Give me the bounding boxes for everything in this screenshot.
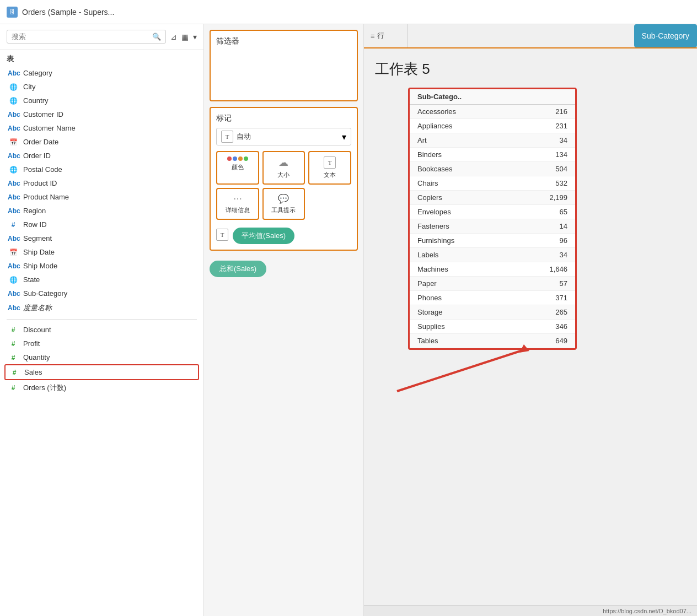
type-abc-icon: Abc xyxy=(8,193,19,201)
field-name: Product Name xyxy=(23,193,69,201)
table-row: Phones371 xyxy=(410,291,575,305)
value-cell: 231 xyxy=(516,119,575,133)
dot-orange xyxy=(238,156,243,161)
field-item-orders-count[interactable]: # Orders (计数) xyxy=(4,380,199,396)
grid-icon[interactable]: ▦ xyxy=(181,33,189,41)
url-bar: https://blog.csdn.net/D_bkod07... xyxy=(364,605,697,616)
field-item-postalcode[interactable]: 🌐 Postal Code xyxy=(4,163,199,176)
field-name: Region xyxy=(23,207,46,215)
type-abc-icon: Abc xyxy=(8,235,19,242)
detail-icon: ⋯ xyxy=(233,193,242,204)
value-cell: 34 xyxy=(516,248,575,262)
db-icon: 🗄 xyxy=(7,7,18,18)
section-label: 表 xyxy=(0,50,203,66)
field-item-measure-name[interactable]: Abc 度量名称 xyxy=(4,300,199,316)
color-dots xyxy=(227,156,248,161)
type-abc-icon: Abc xyxy=(8,304,19,312)
subcategory-cell: Storage xyxy=(410,305,516,320)
data-table-wrapper: Sub-Catego.. Accessories216Appliances231… xyxy=(408,88,577,350)
field-name: Ship Mode xyxy=(23,262,57,270)
dot-green xyxy=(244,156,248,161)
value-cell: 96 xyxy=(516,234,575,248)
field-item-shipdate[interactable]: 📅 Ship Date xyxy=(4,245,199,259)
field-name: Country xyxy=(23,96,49,105)
field-name: Sales xyxy=(24,368,42,376)
field-item-segment[interactable]: Abc Segment xyxy=(4,231,199,245)
value-cell: 134 xyxy=(516,148,575,162)
subcategory-cell: Chairs xyxy=(410,176,516,191)
marks-cell-color[interactable]: 颜色 xyxy=(216,151,259,185)
marks-cell-size[interactable]: ☁ 大小 xyxy=(262,151,305,185)
marks-cell-text-label: 文本 xyxy=(324,171,336,179)
divider xyxy=(7,319,197,320)
subcategory-cell: Furnishings xyxy=(410,234,516,248)
field-item-customername[interactable]: Abc Customer Name xyxy=(4,121,199,135)
type-abc-icon: Abc xyxy=(8,262,19,270)
field-item-quantity[interactable]: # Quantity xyxy=(4,350,199,364)
value-cell: 371 xyxy=(516,291,575,305)
field-item-country[interactable]: 🌐 Country xyxy=(4,94,199,107)
field-name: Orders (计数) xyxy=(23,383,66,393)
marks-cell-detail[interactable]: ⋯ 详细信息 xyxy=(216,188,259,220)
table-row: Art34 xyxy=(410,133,575,148)
field-item-profit[interactable]: # Profit xyxy=(4,337,199,350)
field-item-customerid[interactable]: Abc Customer ID xyxy=(4,107,199,121)
field-item-productname[interactable]: Abc Product Name xyxy=(4,190,199,204)
field-name: Profit xyxy=(23,339,40,348)
total-pill[interactable]: 总和(Sales) xyxy=(210,261,266,277)
field-item-category[interactable]: Abc Category xyxy=(4,66,199,80)
avg-pill[interactable]: 平均值(Sales) xyxy=(233,228,294,244)
type-globe-icon: 🌐 xyxy=(8,97,19,105)
field-item-orderdate[interactable]: 📅 Order Date xyxy=(4,135,199,149)
type-globe-icon: 🌐 xyxy=(8,166,19,174)
field-item-subcategory[interactable]: Abc Sub-Category xyxy=(4,287,199,300)
field-item-city[interactable]: 🌐 City xyxy=(4,80,199,94)
table-row: Copiers2,199 xyxy=(410,191,575,205)
search-box[interactable]: 🔍 xyxy=(7,30,166,44)
field-item-sales[interactable]: # Sales xyxy=(4,364,199,380)
marks-cell-tooltip[interactable]: 💬 工具提示 xyxy=(262,188,305,220)
filter-icon[interactable]: ⊿ xyxy=(170,33,177,41)
dropdown-icon[interactable]: ▾ xyxy=(193,33,197,41)
table-row: Binders134 xyxy=(410,148,575,162)
subcategory-cell: Fasteners xyxy=(410,219,516,234)
subcategory-cell: Labels xyxy=(410,248,516,262)
type-hash-green-icon: # xyxy=(8,326,19,334)
field-item-region[interactable]: Abc Region xyxy=(4,204,199,218)
field-name: Customer Name xyxy=(23,124,76,132)
value-cell: 65 xyxy=(516,205,575,219)
field-item-discount[interactable]: # Discount xyxy=(4,323,199,337)
search-input[interactable] xyxy=(12,33,149,41)
marks-type-dropdown[interactable]: T 自动 ▾ xyxy=(216,128,351,145)
total-pill-label: 总和(Sales) xyxy=(219,264,256,274)
field-name: Quantity xyxy=(23,353,50,361)
type-hash-icon: # xyxy=(8,221,19,229)
tooltip-icon: 💬 xyxy=(278,193,289,204)
type-hash-green-icon: # xyxy=(8,354,19,361)
field-name: Order ID xyxy=(23,152,51,160)
dimension-field-list: Abc Category 🌐 City 🌐 Country Abc Custom… xyxy=(0,66,203,316)
marks-cell-text[interactable]: T 文本 xyxy=(308,151,351,185)
marks-dropdown-text: 自动 xyxy=(237,132,339,142)
field-name: Category xyxy=(23,69,52,77)
subcategory-cell: Machines xyxy=(410,262,516,277)
type-cal-icon: 📅 xyxy=(8,138,19,146)
field-item-state[interactable]: 🌐 State xyxy=(4,273,199,287)
field-item-orderid[interactable]: Abc Order ID xyxy=(4,149,199,163)
table-row: Envelopes65 xyxy=(410,205,575,219)
subcategory-pill[interactable]: Sub-Category xyxy=(634,24,697,47)
field-item-shipmode[interactable]: Abc Ship Mode xyxy=(4,259,199,273)
type-abc-icon: Abc xyxy=(8,290,19,298)
type-hash-green-icon: # xyxy=(9,369,20,376)
field-item-productid[interactable]: Abc Product ID xyxy=(4,176,199,190)
field-name: Customer ID xyxy=(23,110,63,118)
col1-header: Sub-Catego.. xyxy=(410,89,516,105)
field-name: Product ID xyxy=(23,179,57,187)
field-item-rowid[interactable]: # Row ID xyxy=(4,218,199,231)
sidebar: 🔍 ⊿ ▦ ▾ 表 Abc Category 🌐 City 🌐 Country xyxy=(0,24,204,616)
type-hash-green-icon: # xyxy=(8,340,19,348)
type-abc-icon: Abc xyxy=(8,69,19,77)
field-name: Segment xyxy=(23,234,52,242)
value-cell: 34 xyxy=(516,133,575,148)
avg-t-icon: T xyxy=(216,229,228,241)
